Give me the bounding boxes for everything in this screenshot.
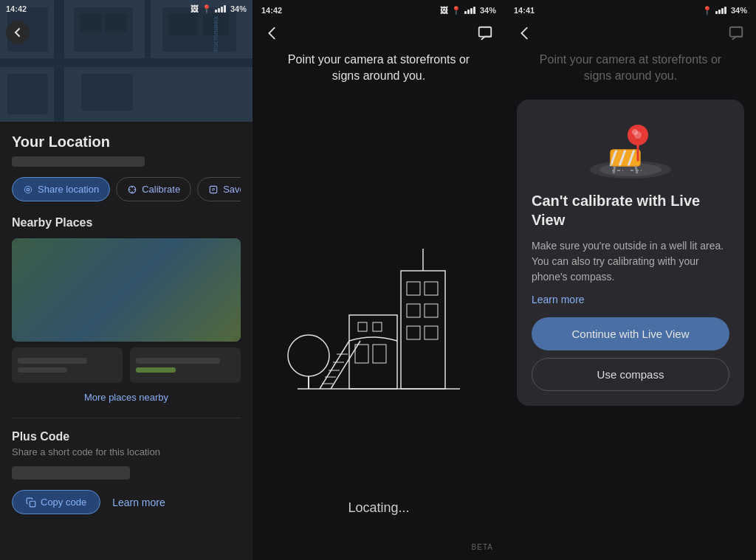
back-button-p3[interactable] [517,25,533,44]
status-bar-panel1: 14:42 🖼 📍 34% [0,0,252,18]
location-address-bar [12,156,145,167]
buildings-illustration [275,227,482,433]
back-button-p2[interactable] [264,25,281,44]
svg-rect-33 [425,326,438,339]
copy-code-button[interactable]: Copy code [12,490,100,514]
svg-rect-37 [373,345,386,363]
svg-rect-27 [401,271,445,389]
locating-text: Locating... [348,500,409,516]
svg-point-45 [288,335,329,376]
nearby-items-row [12,348,241,383]
svg-rect-24 [30,501,35,507]
calibrate-dialog-card: Can't calibrate with Live View Make sure… [517,100,744,406]
dialog-learn-more-link[interactable]: Learn more [532,294,729,305]
plus-code-title: Plus Code [12,430,241,443]
learn-more-link-p1[interactable]: Learn more [112,497,165,508]
p3-instruction-text: Point your camera at storefronts or sign… [505,52,756,85]
your-location-title: Your Location [12,134,241,151]
location-icon: 📍 [202,4,212,14]
location-icon-p3: 📍 [702,6,712,15]
signal-icon [215,5,226,13]
parking-icon: P [208,184,219,195]
p2-instruction-text: Point your camera at storefronts or sign… [252,52,505,85]
chat-icon-p2[interactable] [477,25,493,44]
action-buttons-row: Share location Calibrate P [12,177,241,201]
nearby-item-2-accent [136,367,176,373]
dialog-body: Make sure you're outside in a well lit a… [532,238,729,285]
nearby-item-1-sub [18,367,67,373]
svg-rect-9 [7,74,48,114]
p2-header [252,21,505,52]
your-location-section: Your Location Share location [0,122,252,210]
battery-p3: 34% [731,6,747,15]
battery-p2: 34% [480,6,496,15]
nearby-item-1-text [18,358,87,364]
svg-rect-25 [479,27,492,37]
panel1-scroll-content: Your Location Share location [0,122,252,560]
svg-point-62 [634,131,642,139]
nearby-item-2 [130,348,241,383]
locating-illustration: Locating... [252,100,505,560]
more-places-link[interactable]: More places nearby [12,383,241,412]
svg-rect-31 [425,304,438,317]
signal-icon-p3 [715,7,726,14]
map-view: 14:42 🖼 📍 34% [0,0,252,122]
svg-text:Костоланка: Костоланка [212,16,219,52]
svg-text:P: P [212,187,215,192]
dialog-title: Can't calibrate with Live View [532,191,729,229]
p3-header [505,21,756,52]
copy-icon [26,497,36,508]
calibrate-icon [127,184,137,195]
svg-rect-36 [355,345,368,363]
share-location-button[interactable]: Share location [12,177,110,201]
signal-icon-p2 [464,7,475,14]
svg-point-16 [24,186,31,193]
nearby-places-title: Nearby Places [12,216,241,229]
calibrate-button[interactable]: Calibrate [116,177,191,201]
svg-rect-29 [425,282,438,295]
svg-point-15 [27,188,30,191]
status-icons-p2: 🖼 📍 34% [440,6,496,15]
nearby-places-section: Nearby Places More places nearby [0,210,252,418]
panel-calibrate-dialog: 14:41 📍 34% Point your camera at storef [505,0,756,560]
plus-code-value-bar [12,466,130,480]
svg-rect-28 [407,282,420,295]
blur-overlay [12,238,241,342]
back-button-p1[interactable] [6,21,30,44]
use-compass-button[interactable]: Use compass [532,358,729,391]
svg-rect-39 [373,322,382,331]
battery-p1: 34% [230,4,247,13]
plus-code-section: Plus Code Share a short code for this lo… [0,418,252,526]
svg-line-58 [614,166,615,173]
status-time-p3: 14:41 [514,6,535,15]
location-icon-p2: 📍 [451,6,461,15]
save-parking-button[interactable]: P Save par... [197,177,241,201]
svg-line-59 [636,166,637,173]
beta-tag: BETA [472,543,493,551]
svg-rect-38 [358,322,367,331]
status-icons-p1: 🖼 📍 34% [190,4,247,14]
chat-icon-p3[interactable] [728,25,744,44]
continue-live-view-button[interactable]: Continue with Live View [532,317,729,350]
svg-rect-32 [407,326,420,339]
panel-your-location: 14:42 🖼 📍 34% [0,0,252,560]
share-icon [23,184,33,195]
photo-icon: 🖼 [190,4,199,13]
status-bar-panel2: 14:42 🖼 📍 34% [252,0,505,21]
svg-rect-30 [407,304,420,317]
cant-calibrate-illustration [583,114,678,181]
svg-rect-6 [81,74,133,111]
map-svg: Костоланка [0,0,252,122]
status-time-p2: 14:42 [261,6,282,15]
nearby-places-image [12,238,241,342]
panel-live-view-locating: 14:42 🖼 📍 34% Point your camera [252,0,505,560]
status-time-p1: 14:42 [6,4,27,13]
nearby-item-2-text [136,358,220,364]
status-icons-p3: 📍 34% [702,6,747,15]
plus-code-actions-row: Copy code Learn more [12,490,241,514]
nearby-item-1 [12,348,123,383]
svg-rect-47 [730,27,743,37]
dialog-icon-area [532,114,729,181]
status-bar-panel3: 14:41 📍 34% [505,0,756,21]
plus-code-subtitle: Share a short code for this location [12,446,241,457]
